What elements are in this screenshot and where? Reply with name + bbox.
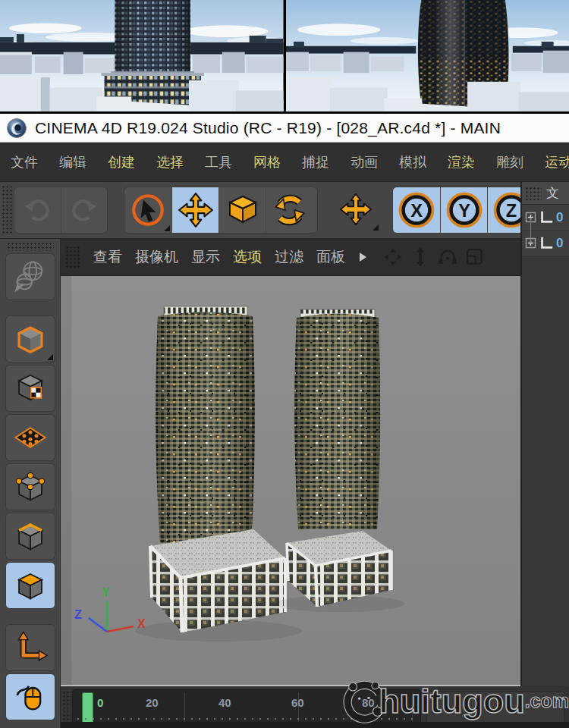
- viewport-scene: Y Z X: [61, 276, 520, 685]
- viewport-menubar: 查看 摄像机 显示 选项 过滤 面板: [61, 239, 520, 275]
- object-manager-header: 文: [522, 182, 569, 205]
- orbit-view-button[interactable]: [436, 246, 459, 268]
- title-bar: CINEMA 4D R19.024 Studio (RC - R19) - [0…: [0, 114, 569, 143]
- undo-icon: [20, 193, 54, 227]
- z-axis-lock-button[interactable]: Z: [487, 187, 520, 233]
- mouse-icon: [12, 679, 49, 715]
- viewport-menu-item-view[interactable]: 查看: [93, 247, 122, 267]
- texture-mode-button[interactable]: [5, 365, 55, 412]
- timeline-grip[interactable]: [62, 691, 71, 723]
- sidebar-grip[interactable]: [7, 242, 54, 251]
- timeline-end-widgets[interactable]: [426, 691, 564, 723]
- hero-tower-left: [101, 0, 203, 111]
- menu-item-simulate[interactable]: 模拟: [399, 153, 426, 171]
- menu-item-file[interactable]: 文件: [11, 153, 38, 171]
- x-axis-lock-button[interactable]: X: [393, 187, 440, 233]
- undo-button[interactable]: [14, 187, 61, 233]
- render-preview-left: [0, 0, 284, 111]
- toolbar-grip[interactable]: [2, 185, 12, 235]
- viewport-menu-item-cameras[interactable]: 摄像机: [135, 247, 178, 267]
- enable-axis-icon: [13, 630, 48, 665]
- menu-item-mesh[interactable]: 网格: [253, 153, 281, 171]
- menu-item-snap[interactable]: 捕捉: [302, 153, 329, 171]
- viewport-solo-button[interactable]: [5, 673, 55, 720]
- menu-item-render[interactable]: 渲染: [448, 153, 475, 171]
- window-title: CINEMA 4D R19.024 Studio (RC - R19) - [0…: [35, 119, 501, 137]
- redo-button[interactable]: [61, 187, 107, 233]
- sidebar-divider: [0, 303, 60, 313]
- enable-axis-button[interactable]: [5, 624, 55, 671]
- viewport-menu-item-panel[interactable]: 面板: [316, 247, 345, 267]
- main-menu-bar: 文件 编辑 创建 选择 工具 网格 捕捉 动画 模拟 渲染 雕刻 运动: [0, 143, 569, 182]
- menu-overflow-arrow-icon[interactable]: [358, 251, 367, 263]
- scale-icon: [225, 192, 261, 228]
- tool-buttons-group: [124, 187, 318, 234]
- axis-z-label: Z: [74, 608, 82, 621]
- workplane-mode-button[interactable]: [5, 414, 55, 461]
- scale-tool-button[interactable]: [218, 187, 266, 233]
- main-toolbar: X Y Z: [0, 182, 520, 239]
- coordinate-system-button[interactable]: [5, 253, 55, 300]
- viewport-nav-icons: [382, 246, 486, 268]
- tick-label-40: 40: [218, 696, 231, 709]
- make-editable-button[interactable]: [5, 315, 55, 362]
- object-manager-panel: 文 0 0: [520, 182, 569, 686]
- cinema4d-window: CINEMA 4D R19.024 Studio (RC - R19) - [0…: [0, 0, 569, 728]
- last-tool-icon: [338, 192, 373, 227]
- edges-mode-icon: [13, 519, 48, 554]
- viewport-menu-item-options[interactable]: 选项: [233, 247, 262, 267]
- object-manager-menu-label[interactable]: 文: [546, 184, 559, 202]
- viewport-grip[interactable]: [65, 246, 80, 268]
- axis-lock-group: X Y Z: [392, 187, 520, 234]
- points-mode-button[interactable]: [5, 463, 55, 510]
- svg-text:Y: Y: [458, 201, 470, 221]
- viewport-menu-item-filter[interactable]: 过滤: [275, 247, 303, 267]
- make-editable-icon: [13, 322, 48, 356]
- polygons-mode-button[interactable]: [5, 562, 55, 609]
- menu-item-edit[interactable]: 编辑: [59, 153, 86, 171]
- move-icon: [177, 191, 215, 229]
- object-row[interactable]: 0: [522, 231, 569, 256]
- live-selection-tool-button[interactable]: [124, 187, 171, 233]
- menu-item-motion[interactable]: 运动: [545, 153, 569, 171]
- tick-label-80: 80: [362, 696, 375, 709]
- timeline-ruler[interactable]: 0 20 40 60 80: [72, 689, 421, 725]
- menu-item-tools[interactable]: 工具: [205, 153, 232, 171]
- svg-text:Z: Z: [505, 201, 516, 221]
- object-row[interactable]: 0: [522, 205, 569, 231]
- object-name[interactable]: 0: [556, 236, 563, 251]
- toggle-active-view-button[interactable]: [464, 246, 486, 268]
- coordinate-globe-icon: [12, 259, 49, 295]
- bottom-strip: [61, 722, 569, 728]
- redo-icon: [68, 193, 101, 227]
- render-preview-right: [286, 0, 569, 111]
- tick-label-60: 60: [291, 696, 304, 709]
- svg-text:X: X: [410, 201, 423, 221]
- x-axis-ring-icon: X: [396, 190, 437, 231]
- menu-item-create[interactable]: 创建: [108, 153, 135, 171]
- live-selection-icon: [129, 191, 167, 229]
- render-previews: [0, 0, 569, 114]
- pan-view-button[interactable]: [382, 246, 404, 268]
- menu-item-animate[interactable]: 动画: [351, 153, 378, 171]
- viewport-menu-item-display[interactable]: 显示: [191, 247, 220, 267]
- tool-sidebar: [0, 239, 61, 728]
- move-tool-button[interactable]: [171, 187, 218, 233]
- object-name[interactable]: 0: [556, 210, 563, 225]
- menu-item-sculpt[interactable]: 雕刻: [496, 153, 523, 171]
- polygons-mode-icon: [13, 568, 48, 603]
- app-logo-icon: [6, 118, 27, 139]
- rotate-tool-button[interactable]: [266, 187, 313, 233]
- axis-y-label: Y: [102, 586, 110, 599]
- tree-connector: [530, 218, 531, 243]
- viewport-canvas[interactable]: Y Z X: [61, 275, 520, 686]
- workplane-icon: [13, 420, 48, 455]
- panel-grip[interactable]: [525, 187, 542, 200]
- menu-item-select[interactable]: 选择: [156, 153, 184, 171]
- dolly-view-button[interactable]: [409, 246, 432, 268]
- last-used-tool-button[interactable]: [332, 187, 380, 232]
- null-object-icon: [539, 236, 554, 251]
- z-axis-ring-icon: Z: [491, 190, 521, 231]
- edges-mode-button[interactable]: [5, 513, 55, 560]
- y-axis-lock-button[interactable]: Y: [440, 187, 487, 233]
